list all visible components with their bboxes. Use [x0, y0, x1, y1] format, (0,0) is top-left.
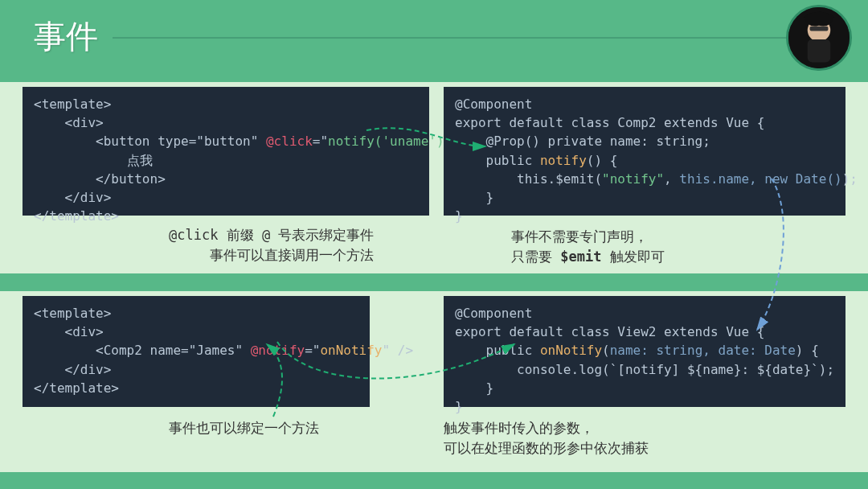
code-args: this.name, new Date()	[679, 171, 841, 187]
comment-text: 事件不需要专门声明，	[511, 228, 648, 244]
comment-text: 事件也可以绑定一个方法	[169, 420, 319, 436]
comment-text: 触发事件时传入的参数，	[444, 420, 594, 436]
code-directive: @click	[266, 134, 313, 149]
code-line: @Prop() private name: string;	[455, 134, 710, 149]
code-line: 点我	[34, 153, 153, 168]
code-line: " />	[382, 343, 413, 358]
comment-top-right: 事件不需要专门声明， 只需要 $emit 触发即可	[511, 227, 665, 266]
code-line: ,	[664, 171, 679, 187]
comment-code: $emit	[560, 249, 601, 265]
comment-text: 只需要	[511, 249, 560, 265]
avatar	[786, 5, 852, 71]
code-template-button: <template> <div> <button type="button" @…	[23, 87, 429, 216]
code-line: }	[455, 190, 493, 205]
comment-text: 可以在处理函数的形参中依次捕获	[444, 440, 649, 456]
code-component-emit: @Component export default class Comp2 ex…	[444, 87, 845, 216]
code-line: }	[455, 380, 493, 396]
comment-text: 事件可以直接调用一个方法	[210, 247, 374, 263]
code-directive: @notify	[251, 343, 305, 358]
code-line: <template>	[34, 306, 111, 321]
comment-code: @click	[169, 227, 218, 243]
code-line: public	[455, 153, 540, 168]
code-line: export default class View2 extends Vue {	[455, 324, 764, 339]
svg-rect-3	[810, 27, 829, 31]
code-line: () {	[587, 153, 618, 168]
code-line: <template>	[34, 97, 111, 112]
code-line: </template>	[34, 380, 119, 396]
code-line: <div>	[34, 324, 104, 339]
code-line: this.$emit(	[455, 171, 602, 187]
code-view-handler: @Component export default class View2 ex…	[444, 296, 845, 407]
code-line: <div>	[34, 115, 104, 130]
code-line: ="	[313, 134, 328, 149]
code-line: </div>	[34, 190, 111, 205]
title-divider	[113, 37, 852, 39]
code-line: </template>	[34, 208, 119, 224]
svg-rect-2	[808, 39, 831, 63]
code-line: @Component	[455, 306, 532, 321]
slide-title: 事件	[34, 14, 98, 59]
code-string: notify('uname')	[328, 134, 444, 149]
code-params: name: string, date: Date	[610, 343, 796, 358]
code-line: </button>	[34, 171, 166, 187]
code-line: );	[842, 171, 858, 187]
code-method: notify	[540, 153, 587, 168]
code-line: export default class Comp2 extends Vue {	[455, 115, 764, 130]
code-line: @Component	[455, 97, 532, 112]
code-line: <button type="button"	[34, 134, 266, 149]
comment-bottom-left: 事件也可以绑定一个方法	[169, 418, 319, 438]
code-line: }	[455, 208, 463, 224]
code-line: console.log(`[notify] ${name}: ${date}`)…	[455, 362, 834, 377]
code-template-comp2: <template> <div> <Comp2 name="James" @no…	[23, 296, 370, 407]
comment-text: 前缀 @ 号表示绑定事件	[218, 227, 374, 243]
code-line: }	[455, 399, 463, 414]
code-line: (	[602, 343, 610, 358]
comment-bottom-right: 触发事件时传入的参数， 可以在处理函数的形参中依次捕获	[444, 418, 649, 458]
code-handler: onNotify	[320, 343, 382, 358]
avatar-icon	[788, 7, 850, 68]
comment-top-left: @click 前缀 @ 号表示绑定事件 事件可以直接调用一个方法	[169, 225, 374, 265]
code-handler: onNotify	[540, 343, 602, 358]
code-line: ) {	[796, 343, 819, 358]
code-line: public	[455, 343, 540, 358]
code-string: "notify"	[602, 171, 664, 187]
code-line: <Comp2 name="James"	[34, 343, 251, 358]
code-line: </div>	[34, 362, 111, 377]
comment-text: 触发即可	[601, 249, 664, 265]
code-line: ="	[305, 343, 320, 358]
